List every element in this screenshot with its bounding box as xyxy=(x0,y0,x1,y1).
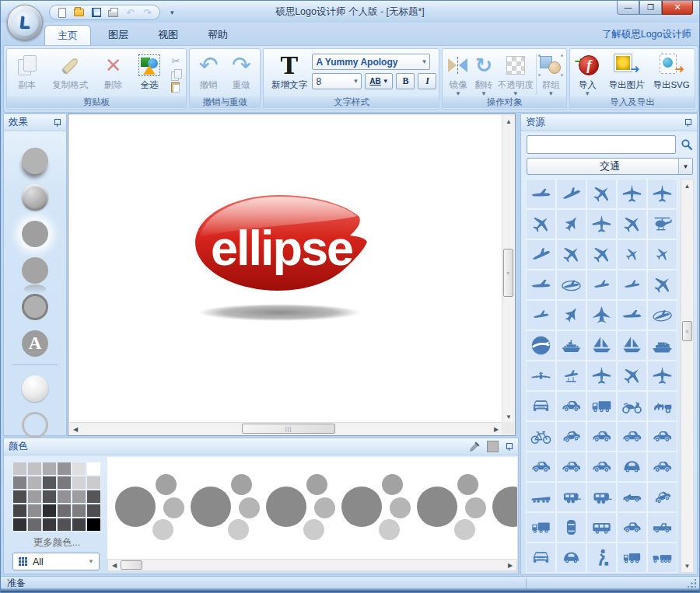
resource-cell[interactable] xyxy=(556,452,586,482)
palette-color[interactable] xyxy=(72,462,86,476)
resource-cell[interactable] xyxy=(617,300,647,330)
effect-item-shadow[interactable] xyxy=(8,142,62,179)
palette-color[interactable] xyxy=(57,490,72,504)
resource-cell[interactable] xyxy=(586,482,617,512)
italic-button[interactable]: I xyxy=(418,73,436,89)
paste-icon[interactable] xyxy=(170,82,182,92)
resource-cell[interactable] xyxy=(586,179,617,209)
palette-color[interactable] xyxy=(57,462,72,476)
palette-color[interactable] xyxy=(12,476,27,490)
duplicate-button[interactable]: 副本 xyxy=(9,51,45,97)
palette-color[interactable] xyxy=(72,490,86,504)
resource-cell[interactable] xyxy=(617,270,647,300)
design-canvas[interactable]: ellipse xyxy=(69,115,502,423)
new-file-icon[interactable] xyxy=(56,7,68,19)
resource-cell[interactable] xyxy=(526,482,556,512)
pattern-swatch[interactable] xyxy=(485,457,517,559)
format-painter-button[interactable]: 复制格式 xyxy=(45,51,96,97)
resource-cell[interactable] xyxy=(586,330,617,361)
resource-cell[interactable] xyxy=(647,542,677,573)
resource-cell[interactable] xyxy=(647,482,677,512)
resource-cell[interactable] xyxy=(556,512,586,542)
restore-button[interactable]: ❐ xyxy=(639,1,662,15)
resource-cell[interactable] xyxy=(617,512,647,542)
close-button[interactable]: ✕ xyxy=(662,1,693,15)
undo-button[interactable]: ↶ 撤销 xyxy=(192,51,225,97)
undo-icon[interactable]: ↶ xyxy=(124,7,136,19)
tab-layers[interactable]: 图层 xyxy=(96,25,141,45)
resource-cell[interactable] xyxy=(526,209,556,239)
palette-color[interactable] xyxy=(86,476,101,490)
resource-cell[interactable] xyxy=(526,542,556,573)
palette-color[interactable] xyxy=(12,518,27,532)
resource-cell[interactable] xyxy=(556,361,586,391)
resource-cell[interactable] xyxy=(647,512,677,542)
resource-cell[interactable] xyxy=(556,421,586,452)
scroll-right-arrow[interactable]: ▶ xyxy=(490,423,502,435)
redo-icon[interactable]: ↷ xyxy=(142,7,153,19)
scroll-down-arrow[interactable]: ▼ xyxy=(681,560,693,572)
palette-color[interactable] xyxy=(86,504,101,518)
resource-cell[interactable] xyxy=(556,330,586,361)
resource-cell[interactable] xyxy=(526,512,556,542)
palette-color[interactable] xyxy=(27,518,42,532)
print-icon[interactable] xyxy=(107,7,119,19)
palette-color[interactable] xyxy=(27,462,42,476)
resource-cell[interactable] xyxy=(556,542,586,573)
save-icon[interactable] xyxy=(90,7,102,19)
resource-cell[interactable] xyxy=(647,452,677,482)
resource-cell[interactable] xyxy=(586,391,617,421)
resource-cell[interactable] xyxy=(556,239,586,270)
pattern-swatch[interactable] xyxy=(107,457,183,559)
resource-cell[interactable] xyxy=(647,421,677,452)
font-family-select[interactable]: A Yummy Apology ▼ xyxy=(312,54,430,70)
tab-help[interactable]: 帮助 xyxy=(195,25,240,45)
search-icon[interactable] xyxy=(681,138,693,151)
resize-grip[interactable] xyxy=(687,578,697,588)
palette-color[interactable] xyxy=(86,462,101,476)
palette-color[interactable] xyxy=(72,476,86,490)
vscroll-thumb[interactable]: ≡ xyxy=(503,249,513,297)
pin-icon[interactable] xyxy=(684,118,692,127)
palette-color[interactable] xyxy=(72,518,86,532)
resource-cell[interactable] xyxy=(526,391,556,421)
rotate-button[interactable]: ↻ 翻转 ▼ xyxy=(471,51,496,97)
delete-button[interactable]: ✕ 删除 xyxy=(96,51,131,97)
swatch-filter-select[interactable]: All ▼ xyxy=(12,553,100,570)
scroll-left-arrow[interactable]: ◀ xyxy=(108,560,121,570)
resource-cell[interactable] xyxy=(586,421,617,452)
resource-cell[interactable] xyxy=(647,270,677,300)
app-menu-button[interactable]: L xyxy=(7,5,43,40)
pattern-swatch[interactable] xyxy=(183,457,258,559)
pattern-swatch[interactable] xyxy=(334,457,409,559)
open-file-icon[interactable] xyxy=(73,7,85,19)
resource-cell[interactable] xyxy=(586,239,617,270)
effect-item-glow[interactable] xyxy=(8,215,62,252)
font-size-select[interactable]: 8 ▼ xyxy=(312,73,362,89)
resource-cell[interactable] xyxy=(526,179,556,209)
resource-search-input[interactable] xyxy=(527,135,676,154)
opacity-button[interactable]: 不透明度 ▼ xyxy=(496,51,534,97)
mirror-button[interactable]: 镜像 ▼ xyxy=(445,51,471,97)
resource-cell[interactable] xyxy=(526,421,556,452)
canvas-hscrollbar[interactable]: ◀ ||| ▶ xyxy=(69,422,502,434)
current-color-swatch[interactable] xyxy=(487,441,499,452)
resource-cell[interactable] xyxy=(586,209,617,239)
eyedropper-icon[interactable] xyxy=(469,441,481,452)
scroll-left-arrow[interactable]: ◀ xyxy=(69,423,82,435)
palette-color[interactable] xyxy=(42,462,57,476)
resource-cell[interactable] xyxy=(586,361,617,391)
add-text-button[interactable]: T 新增文字 xyxy=(266,51,312,97)
resource-cell[interactable] xyxy=(617,330,647,361)
qat-customize-arrow[interactable]: ▾ xyxy=(170,9,174,16)
palette-color[interactable] xyxy=(27,476,42,490)
resource-cell[interactable] xyxy=(526,270,556,300)
palette-color[interactable] xyxy=(42,504,57,518)
minimize-button[interactable]: — xyxy=(617,1,639,15)
canvas-vscrollbar[interactable]: ▲ ≡ ▼ xyxy=(502,115,514,423)
pattern-swatch[interactable] xyxy=(409,457,485,559)
resource-category-select[interactable]: 交通 ▼ xyxy=(527,158,693,175)
palette-color[interactable] xyxy=(57,518,72,532)
resource-cell[interactable] xyxy=(617,209,647,239)
logo-artwork[interactable]: ellipse xyxy=(178,187,443,396)
